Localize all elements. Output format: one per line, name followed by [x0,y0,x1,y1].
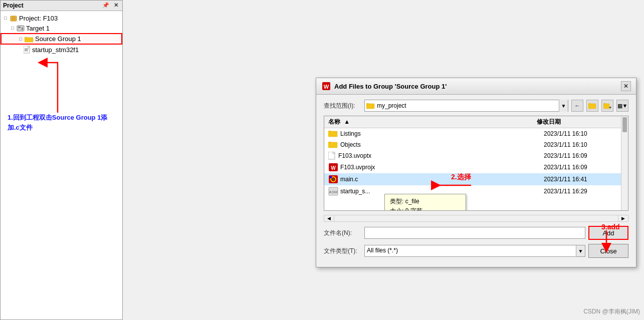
look-in-dropdown-arrow[interactable]: ▼ [559,100,568,112]
annotation-step2: 2.选择 [451,173,471,182]
file-list-scrollbar[interactable] [621,116,628,210]
tooltip-type-row: 类型: c_file [390,197,461,206]
filetype-label: 文件类型(T): [324,247,361,255]
svg-point-32 [332,178,334,180]
scroll-left-btn[interactable]: ◀ [324,215,334,221]
new-folder-icon: + [603,102,611,109]
nav-back-button[interactable]: ← [571,100,583,112]
svg-rect-33 [330,176,332,178]
folder-icon [25,36,34,43]
panel-titlebar-icons: 📌 ✕ [102,2,120,9]
project-panel: Project 📌 ✕ □ Project: F103 □ Target 1 [0,0,123,320]
dialog-title: W Add Files to Group 'Source Group 1' [321,81,447,91]
svg-rect-12 [25,51,28,51]
file-tooltip: 类型: c_file 大小: 0 字节 修改日期: 2023/1/11 16:4… [384,194,466,211]
folder-nav-icon [588,102,596,109]
look-in-value: my_project [377,102,559,109]
svg-rect-11 [25,50,28,50]
horizontal-scrollbar[interactable]: ◀ ▶ [324,215,628,222]
tree-container: □ Project: F103 □ Target 1 □ [1,11,122,57]
project-icon [10,14,18,22]
arrow-step3 [594,230,619,260]
keil-file-icon: W [328,163,338,172]
col-name-header: 名称 ▲ [328,118,537,126]
c-file-icon [328,175,338,184]
look-in-combo[interactable]: my_project ▼ [364,100,568,112]
filename-row: 文件名(N): Add [324,226,628,240]
asm-item-icon: ASM [328,187,338,196]
tooltip-size-row: 大小: 0 字节 [390,207,461,211]
svg-rect-23 [328,131,337,137]
panel-titlebar: Project 📌 ✕ [1,1,122,11]
col-date-header: 修改日期 [537,118,617,126]
tree-item-project[interactable]: □ Project: F103 [1,13,122,23]
scroll-right-btn[interactable]: ▶ [618,215,628,221]
list-item[interactable]: Listings 2023/1/11 16:10 [324,128,628,139]
dialog-titlebar: W Add Files to Group 'Source Group 1' ✕ [316,78,636,95]
source-group-label: Source Group 1 [35,35,81,43]
filetype-combo[interactable]: All files (*.*) ▼ [364,245,585,257]
svg-rect-16 [366,104,374,109]
annotation-step3: 3.add [601,223,620,231]
svg-text:W: W [324,84,329,90]
svg-text:ASM: ASM [329,190,338,194]
list-item[interactable]: F103.uvoptx 2023/1/11 16:09 [324,150,628,161]
folder-item-icon [328,141,338,149]
arrow-step1 [28,53,88,118]
folder-combo-icon [366,102,375,110]
svg-rect-25 [328,142,337,148]
svg-rect-7 [25,38,33,42]
dialog-close-button[interactable]: ✕ [621,81,631,91]
filename-input[interactable] [364,227,585,239]
close-panel-icon[interactable]: ✕ [112,2,120,9]
look-in-label: 查找范围(I): [324,102,361,110]
folder-item-icon [328,130,338,138]
svg-text:W: W [331,165,336,171]
filetype-value: All files (*.*) [365,245,576,256]
panel-title: Project [3,2,24,9]
list-item[interactable]: W F103.uvprojx 2023/1/11 16:09 [324,161,628,173]
pin-icon[interactable]: 📌 [102,2,110,9]
expand-icon-target: □ [10,25,16,31]
tree-item-source-group[interactable]: □ Source Group 1 [1,33,122,45]
nav-folder-button[interactable] [586,100,598,112]
expand-icon-group: □ [18,36,24,42]
watermark: CSDN @李南枫(JIM) [583,307,640,316]
tree-item-target[interactable]: □ Target 1 [1,23,122,33]
svg-rect-4 [18,27,21,28]
keil-dialog-icon: W [321,81,331,91]
list-item[interactable]: Objects 2023/1/11 16:10 [324,139,628,150]
filename-label: 文件名(N): [324,229,361,237]
nav-view-button[interactable]: ▦▼ [616,100,628,112]
svg-rect-10 [25,49,29,49]
file-list-header: 名称 ▲ 修改日期 [324,116,628,128]
nav-new-folder-button[interactable]: + [601,100,613,112]
expand-icon: □ [3,15,9,21]
svg-text:+: + [609,105,611,109]
filetype-row: 文件类型(T): All files (*.*) ▼ Close [324,244,628,258]
filetype-dropdown-arrow[interactable]: ▼ [576,245,585,256]
svg-rect-5 [22,28,23,30]
target-icon [17,24,25,32]
file-item-icon [328,152,336,160]
add-files-dialog: W Add Files to Group 'Source Group 1' ✕ … [316,78,636,267]
target-label: Target 1 [26,25,50,32]
project-label: Project: F103 [19,15,58,22]
svg-rect-18 [588,104,596,109]
look-in-row: 查找范围(I): my_project ▼ ← [324,100,628,112]
svg-point-2 [13,18,14,19]
